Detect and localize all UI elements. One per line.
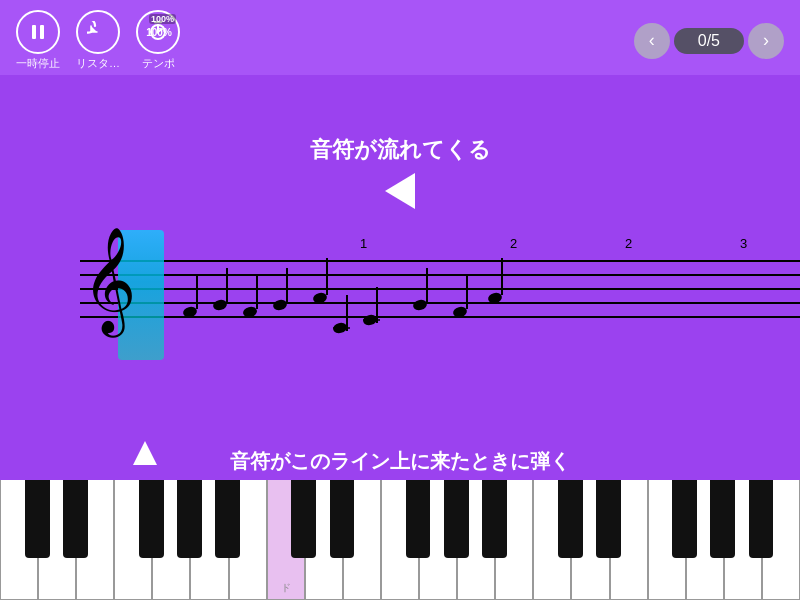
white-key-do[interactable]: ド <box>267 480 305 600</box>
bottom-annotation: 音符がこのライン上に来たときに弾く <box>0 448 800 475</box>
flow-annotation: 音符が流れてくる <box>0 135 800 215</box>
piano-keyboard[interactable]: ド <box>0 480 800 600</box>
svg-point-7 <box>242 305 258 318</box>
svg-point-9 <box>272 298 288 311</box>
white-key-17[interactable] <box>610 480 648 600</box>
tempo-label: テンポ <box>142 56 175 71</box>
flow-arrow <box>385 173 415 209</box>
svg-point-3 <box>182 305 198 318</box>
white-key-18[interactable] <box>648 480 686 600</box>
pause-label: 一時停止 <box>16 56 60 71</box>
white-key-6[interactable] <box>190 480 228 600</box>
nav-prev-button[interactable]: ‹ <box>634 23 670 59</box>
svg-point-11 <box>312 291 328 304</box>
main-area: 音符が流れてくる 𝄞 1 2 2 3 <box>0 75 800 515</box>
staff-container: 𝄞 1 2 2 3 <box>0 230 800 360</box>
toolbar-left: 一時停止 リスタ… 100% 100% テ <box>16 10 180 71</box>
svg-point-21 <box>452 305 468 318</box>
do-label: ド <box>281 581 291 595</box>
beat-2b: 2 <box>625 236 632 251</box>
svg-point-23 <box>487 291 503 304</box>
white-key-13[interactable] <box>457 480 495 600</box>
restart-label: リスタ… <box>76 56 120 71</box>
white-key-5[interactable] <box>152 480 190 600</box>
svg-point-5 <box>212 298 228 311</box>
toolbar: 一時停止 リスタ… 100% 100% テ <box>0 0 800 75</box>
nav-next-button[interactable]: › <box>748 23 784 59</box>
treble-clef-icon: 𝄞 <box>82 234 136 326</box>
white-key-15[interactable] <box>533 480 571 600</box>
white-key-9[interactable] <box>305 480 343 600</box>
white-key-21[interactable] <box>762 480 800 600</box>
white-key-19[interactable] <box>686 480 724 600</box>
white-key-10[interactable] <box>343 480 381 600</box>
white-key-11[interactable] <box>381 480 419 600</box>
svg-rect-1 <box>40 25 44 39</box>
svg-point-19 <box>412 298 428 311</box>
white-key-1[interactable] <box>0 480 38 600</box>
staff-lines: 1 2 2 3 <box>80 260 800 320</box>
white-key-20[interactable] <box>724 480 762 600</box>
white-key-2[interactable] <box>38 480 76 600</box>
nav-counter: 0/5 <box>674 28 744 54</box>
white-key-12[interactable] <box>419 480 457 600</box>
arrow-head-icon <box>385 173 415 209</box>
restart-icon <box>76 10 120 54</box>
pause-icon <box>16 10 60 54</box>
nav-bar: ‹ 0/5 › <box>634 23 784 59</box>
svg-rect-0 <box>32 25 36 39</box>
white-key-4[interactable] <box>114 480 152 600</box>
white-keys: ド <box>0 480 800 600</box>
beat-3: 3 <box>740 236 747 251</box>
white-key-3[interactable] <box>76 480 114 600</box>
white-key-14[interactable] <box>495 480 533 600</box>
flow-text: 音符が流れてくる <box>310 135 491 165</box>
tempo-value: 100% <box>146 27 172 38</box>
tempo-icon: 100% 100% <box>136 10 180 54</box>
playhead-arrow <box>133 441 157 465</box>
restart-button[interactable]: リスタ… <box>76 10 120 71</box>
tempo-button[interactable]: 100% 100% テンポ <box>136 10 180 71</box>
white-key-7[interactable] <box>229 480 267 600</box>
nav-next-icon: › <box>763 30 769 51</box>
white-key-16[interactable] <box>571 480 609 600</box>
up-arrow-icon <box>133 441 157 465</box>
nav-prev-icon: ‹ <box>649 30 655 51</box>
music-notes-svg <box>130 240 530 340</box>
pause-button[interactable]: 一時停止 <box>16 10 60 71</box>
bottom-text: 音符がこのライン上に来たときに弾く <box>230 448 570 475</box>
